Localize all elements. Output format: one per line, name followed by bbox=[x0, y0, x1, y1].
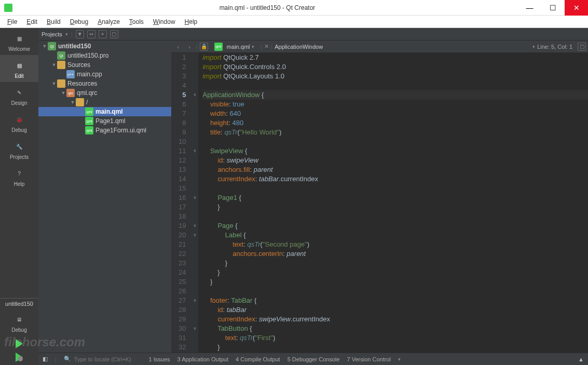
split-icon[interactable]: ▢ bbox=[110, 30, 118, 38]
help-icon: ? bbox=[13, 167, 25, 180]
tree-item[interactable]: ▼qrcqml.qrc bbox=[38, 88, 171, 98]
debug-run-button[interactable] bbox=[16, 353, 23, 362]
qt-icon bbox=[4, 4, 12, 12]
output-pane-version-control[interactable]: 7 Version Control bbox=[347, 356, 391, 362]
tree-item[interactable]: qmlPage1.qml bbox=[38, 116, 171, 126]
close-button[interactable]: ✕ bbox=[565, 0, 588, 16]
qml-icon: qml bbox=[85, 126, 93, 134]
split-editor-icon[interactable]: ▢ bbox=[578, 43, 586, 51]
open-file-selector[interactable]: qml main.qml ▾ bbox=[210, 43, 259, 51]
toggle-sidebar-icon[interactable]: ◧ bbox=[43, 356, 48, 362]
mode-projects[interactable]: 🔧Projects bbox=[0, 136, 38, 163]
mode-design[interactable]: ✎Design bbox=[0, 82, 38, 109]
folder-icon bbox=[76, 98, 84, 106]
menu-build[interactable]: Build bbox=[43, 17, 65, 26]
tree-item[interactable]: ▼Sources bbox=[38, 60, 171, 70]
menu-tools[interactable]: Tools bbox=[125, 17, 148, 26]
link-icon[interactable]: ⇔ bbox=[87, 30, 95, 38]
menu-analyze[interactable]: Analyze bbox=[93, 17, 124, 26]
tree-item[interactable]: qmlPage1Form.ui.qml bbox=[38, 126, 171, 135]
nav-forward-icon[interactable]: › bbox=[185, 42, 194, 51]
tree-item[interactable]: c++main.cpp bbox=[38, 70, 171, 79]
filter-icon[interactable]: ▼ bbox=[76, 30, 84, 38]
search-icon: 🔍 bbox=[64, 356, 71, 362]
locator-input[interactable]: 🔍 Type to locate (Ctrl+K) bbox=[64, 356, 131, 362]
grid-icon: ▦ bbox=[13, 32, 25, 45]
mode-edit[interactable]: ▤Edit bbox=[0, 55, 38, 82]
folder-icon bbox=[57, 61, 65, 69]
kit-project-label[interactable]: untitled150 bbox=[0, 298, 38, 309]
mode-help[interactable]: ?Help bbox=[0, 163, 38, 190]
add-icon[interactable]: + bbox=[99, 30, 107, 38]
mode-welcome[interactable]: ▦Welcome bbox=[0, 28, 38, 55]
pro-icon: Qt bbox=[48, 42, 56, 50]
tree-item[interactable]: qmlmain.qml bbox=[38, 107, 171, 116]
folder-icon bbox=[57, 79, 65, 88]
menu-edit[interactable]: Edit bbox=[22, 17, 42, 26]
tree-item[interactable]: Qtuntitled150.pro bbox=[38, 51, 171, 60]
close-document-icon[interactable]: ✕ bbox=[264, 43, 269, 50]
pencil-icon: ✎ bbox=[13, 86, 25, 99]
line-column-indicator[interactable]: Line: 5, Col: 1 bbox=[537, 44, 576, 50]
maximize-button[interactable]: ☐ bbox=[541, 0, 565, 16]
menu-window[interactable]: Window bbox=[149, 17, 180, 26]
mode-debug[interactable]: 🐞Debug bbox=[0, 109, 38, 136]
kit-selector[interactable]: 🖥 Debug bbox=[0, 309, 38, 336]
bug-icon: 🐞 bbox=[13, 113, 25, 126]
code-editor[interactable]: import QtQuick 2.7import QtQuick.Control… bbox=[198, 53, 588, 353]
minimize-button[interactable]: — bbox=[518, 0, 541, 16]
cpp-icon: c++ bbox=[66, 70, 75, 78]
output-pane-compile-output[interactable]: 4 Compile Output bbox=[236, 356, 280, 362]
qml-icon: qml bbox=[85, 107, 93, 116]
kit-mode-label: Debug bbox=[11, 327, 26, 333]
symbol-breadcrumb[interactable]: ApplicationWindow bbox=[275, 44, 530, 50]
project-selector[interactable]: Projects ▾ bbox=[42, 31, 68, 37]
tree-item[interactable]: ▼Qtuntitled150 bbox=[38, 42, 171, 51]
pro-icon: Qt bbox=[57, 51, 65, 60]
qml-file-icon: qml bbox=[214, 43, 223, 51]
doc-icon: ▤ bbox=[13, 59, 25, 72]
tree-item[interactable]: ▼Resources bbox=[38, 79, 171, 88]
output-pane-issues[interactable]: 1 Issues bbox=[149, 356, 170, 362]
tree-item[interactable]: ▼/ bbox=[38, 98, 171, 107]
nav-back-icon[interactable]: ‹ bbox=[173, 42, 183, 51]
qrc-icon: qrc bbox=[66, 89, 75, 97]
lock-icon[interactable]: 🔒 bbox=[200, 43, 208, 51]
window-title: main.qml - untitled150 - Qt Creator bbox=[17, 4, 518, 11]
output-pane-application-output[interactable]: 3 Application Output bbox=[177, 356, 228, 362]
qml-icon: qml bbox=[85, 117, 93, 125]
wrench-icon: 🔧 bbox=[13, 140, 25, 153]
run-button[interactable] bbox=[16, 339, 23, 348]
output-pane-debugger-console[interactable]: 5 Debugger Console bbox=[288, 356, 340, 362]
progress-toggle-icon[interactable]: ▲ bbox=[578, 356, 584, 362]
menu-file[interactable]: File bbox=[3, 17, 21, 26]
menu-debug[interactable]: Debug bbox=[66, 17, 92, 26]
menu-help[interactable]: Help bbox=[181, 17, 202, 26]
